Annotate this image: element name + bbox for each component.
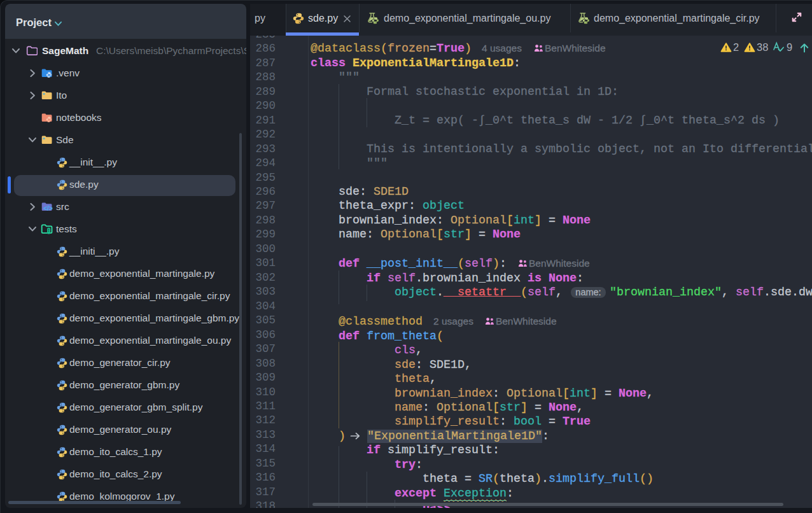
svg-text:</>: </> bbox=[43, 205, 53, 212]
